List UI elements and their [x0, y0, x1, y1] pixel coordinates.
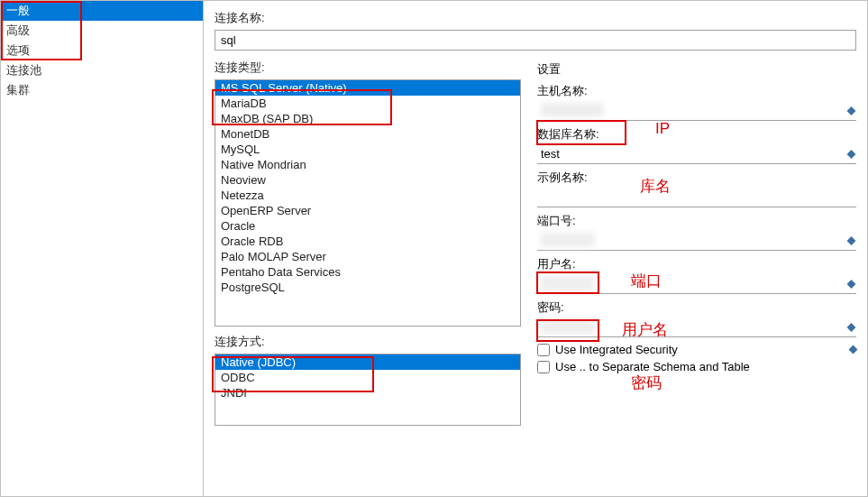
separate-schema-label: Use .. to Separate Schema and Table: [555, 360, 750, 373]
connection-type-list[interactable]: MS SQL Server (Native) MariaDB MaxDB (SA…: [215, 79, 521, 327]
sidebar-item-advanced[interactable]: 高级: [1, 21, 203, 41]
list-item[interactable]: MaxDB (SAP DB): [215, 111, 520, 126]
list-item[interactable]: Oracle: [215, 218, 520, 234]
sidebar-item-clustering[interactable]: 集群: [1, 80, 203, 100]
dbname-input[interactable]: [537, 144, 856, 164]
list-item[interactable]: Native (JDBC): [215, 354, 520, 370]
var-icon[interactable]: [849, 345, 858, 354]
username-label: 用户名:: [537, 256, 856, 272]
sidebar-item-options[interactable]: 选项: [1, 41, 203, 60]
sidebar-item-pooling[interactable]: 连接池: [1, 60, 203, 80]
access-type-list[interactable]: Native (JDBC) ODBC JNDI: [215, 354, 521, 426]
main-panel: 连接名称: 连接类型: MS SQL Server (Native) Maria…: [204, 1, 867, 496]
sidebar-item-general[interactable]: 一般: [1, 1, 203, 21]
list-item[interactable]: JNDI: [215, 385, 520, 400]
list-item[interactable]: Native Mondrian: [215, 157, 520, 172]
port-label: 端口号:: [537, 213, 856, 229]
sidebar: 一般 高级 选项 连接池 集群: [1, 1, 204, 496]
list-item[interactable]: MonetDB: [215, 126, 520, 142]
integrated-security-checkbox[interactable]: [537, 344, 550, 356]
list-item[interactable]: Netezza: [215, 188, 520, 203]
list-item[interactable]: ODBC: [215, 370, 520, 385]
instance-input[interactable]: [537, 188, 856, 207]
dbname-label: 数据库名称:: [537, 126, 856, 143]
password-label: 密码:: [537, 299, 856, 316]
list-item[interactable]: OpenERP Server: [215, 203, 520, 218]
connection-type-label: 连接类型:: [215, 60, 521, 76]
connection-name-label: 连接名称:: [215, 10, 856, 26]
instance-label: 示例名称:: [537, 170, 856, 186]
list-item[interactable]: MS SQL Server (Native): [215, 80, 520, 96]
list-item[interactable]: Pentaho Data Services: [215, 264, 520, 280]
separate-schema-checkbox[interactable]: [537, 361, 550, 373]
list-item[interactable]: MariaDB: [215, 96, 520, 111]
connection-name-input[interactable]: [215, 30, 856, 51]
integrated-security-label: Use Integrated Security: [555, 343, 678, 356]
list-item[interactable]: Oracle RDB: [215, 234, 520, 249]
list-item[interactable]: PostgreSQL: [215, 280, 520, 295]
access-type-label: 连接方式:: [215, 334, 521, 350]
host-label: 主机名称:: [537, 83, 856, 99]
list-item[interactable]: MySQL: [215, 142, 520, 157]
list-item[interactable]: Neoview: [215, 172, 520, 188]
list-item[interactable]: Palo MOLAP Server: [215, 249, 520, 264]
settings-title: 设置: [537, 61, 856, 78]
